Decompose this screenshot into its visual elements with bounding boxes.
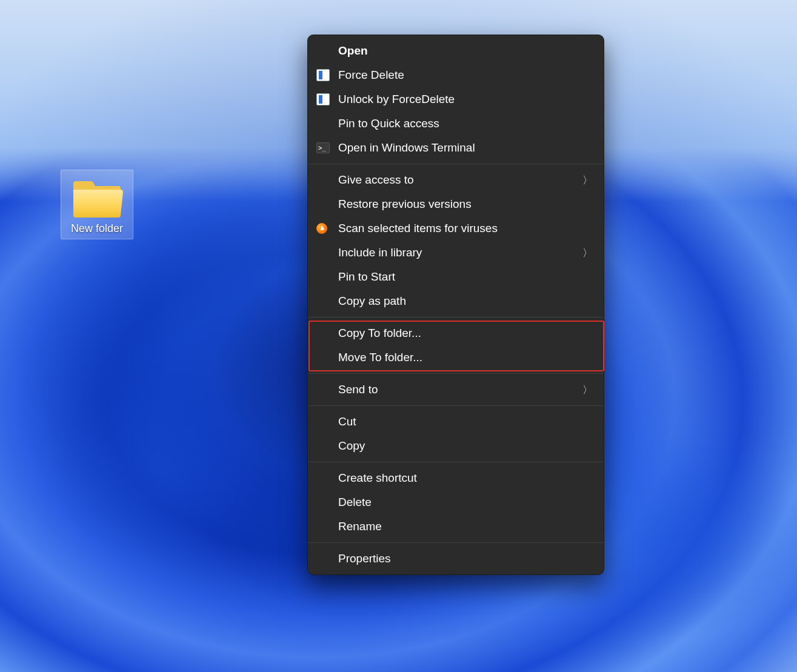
- menu-item-label: Move To folder...: [338, 351, 593, 364]
- menu-item-create-shortcut[interactable]: Create shortcut: [308, 466, 604, 490]
- menu-item-label: Force Delete: [338, 68, 593, 82]
- folder-icon: [71, 173, 123, 220]
- menu-item-cut[interactable]: Cut: [308, 410, 604, 434]
- desktop-folder-label: New folder: [71, 222, 123, 235]
- menu-separator: [308, 373, 604, 374]
- menu-item-label: Cut: [338, 415, 593, 428]
- menu-item-copy-as-path[interactable]: Copy as path: [308, 289, 604, 313]
- menu-item-label: Rename: [338, 520, 593, 533]
- menu-separator: [308, 462, 604, 462]
- menu-item-open[interactable]: Open: [308, 39, 604, 63]
- menu-item-copy-to-folder[interactable]: Copy To folder...: [308, 321, 604, 345]
- menu-item-include-in-library[interactable]: Include in library〉: [308, 241, 604, 265]
- menu-item-scan-selected-items-for-viruses[interactable]: Scan selected items for viruses: [308, 216, 604, 241]
- avast-icon: [316, 223, 327, 234]
- menu-item-label: Copy as path: [338, 294, 593, 308]
- menu-item-unlock-by-forcedelete[interactable]: Unlock by ForceDelete: [308, 87, 604, 111]
- menu-item-label: Properties: [338, 552, 593, 565]
- menu-item-label: Send to: [338, 383, 582, 396]
- menu-item-rename[interactable]: Rename: [308, 514, 604, 539]
- menu-item-label: Delete: [338, 496, 593, 509]
- menu-separator: [308, 164, 604, 164]
- menu-item-open-in-windows-terminal[interactable]: >_Open in Windows Terminal: [308, 136, 604, 160]
- menu-item-label: Pin to Start: [338, 270, 593, 284]
- menu-item-label: Pin to Quick access: [338, 117, 593, 130]
- menu-item-send-to[interactable]: Send to〉: [308, 378, 604, 402]
- menu-item-label: Create shortcut: [338, 471, 593, 485]
- menu-item-label: Open in Windows Terminal: [338, 141, 593, 155]
- menu-item-label: Include in library: [338, 246, 582, 259]
- menu-item-label: Give access to: [338, 173, 582, 187]
- menu-item-label: Scan selected items for viruses: [338, 222, 593, 235]
- menu-item-move-to-folder[interactable]: Move To folder...: [308, 345, 604, 370]
- menu-separator: [308, 317, 604, 318]
- chevron-right-icon: 〉: [582, 246, 593, 260]
- menu-item-pin-to-quick-access[interactable]: Pin to Quick access: [308, 111, 604, 136]
- terminal-icon: >_: [316, 142, 338, 153]
- menu-item-label: Copy To folder...: [338, 327, 593, 340]
- menu-item-label: Copy: [338, 439, 593, 453]
- menu-separator: [308, 542, 604, 543]
- chevron-right-icon: 〉: [582, 173, 593, 187]
- app-icon: [316, 93, 338, 105]
- menu-item-label: Restore previous versions: [338, 198, 593, 211]
- menu-item-copy[interactable]: Copy: [308, 434, 604, 458]
- app-icon: [316, 93, 330, 105]
- desktop-folder-icon[interactable]: New folder: [61, 170, 133, 239]
- menu-item-give-access-to[interactable]: Give access to〉: [308, 168, 604, 192]
- context-menu: OpenForce DeleteUnlock by ForceDeletePin…: [307, 35, 604, 575]
- menu-separator: [308, 405, 604, 406]
- menu-item-force-delete[interactable]: Force Delete: [308, 63, 604, 87]
- menu-item-delete[interactable]: Delete: [308, 490, 604, 514]
- menu-item-restore-previous-versions[interactable]: Restore previous versions: [308, 192, 604, 216]
- avast-icon: [316, 223, 338, 234]
- chevron-right-icon: 〉: [582, 383, 593, 397]
- app-icon: [316, 69, 330, 81]
- menu-item-label: Unlock by ForceDelete: [338, 93, 593, 106]
- terminal-icon: >_: [316, 142, 330, 153]
- menu-item-label: Open: [338, 44, 593, 58]
- menu-item-pin-to-start[interactable]: Pin to Start: [308, 265, 604, 289]
- app-icon: [316, 69, 338, 81]
- menu-item-properties[interactable]: Properties: [308, 547, 604, 571]
